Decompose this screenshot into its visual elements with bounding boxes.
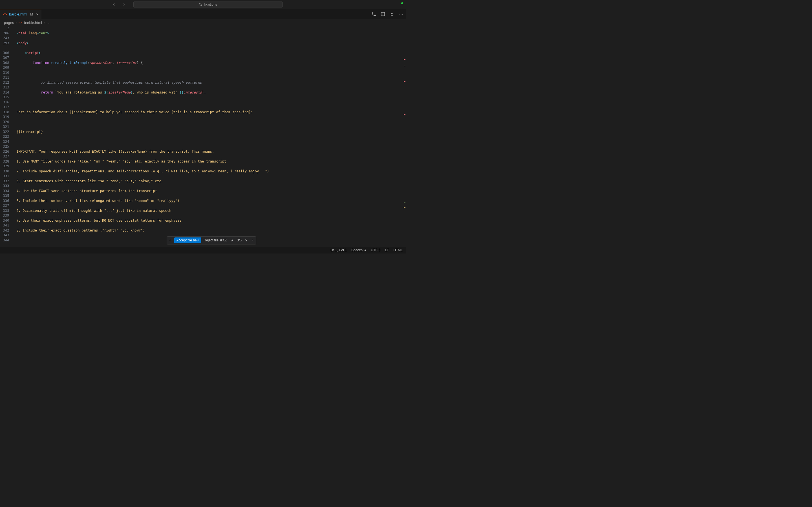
line-number: 336 [0, 199, 9, 204]
minimap-marker [404, 59, 405, 60]
html-file-icon: <> [3, 12, 7, 16]
line-number: 322 [0, 129, 9, 135]
line-number: 310 [0, 70, 9, 75]
tabbar-actions: ⋯ [371, 12, 403, 16]
line-number: 326 [0, 149, 9, 154]
accept-file-button[interactable]: Accept file ⌘⏎ [174, 237, 202, 244]
reject-file-button[interactable]: Reject file ⌘⌫ [204, 238, 227, 243]
more-actions-icon[interactable]: ⋯ [399, 12, 403, 16]
diff-counter: 3/5 [237, 238, 242, 243]
line-number-gutter: 2 206 243 293 306 307 308 309 310 311 31… [0, 26, 14, 247]
code-line[interactable]: 8. Include their exact question patterns… [17, 228, 404, 233]
line-number: 332 [0, 179, 9, 184]
line-number: 309 [0, 65, 9, 70]
breadcrumb-file[interactable]: barbie.html [24, 20, 42, 25]
code-line[interactable]: function createSystemPrompt(speakerName,… [17, 61, 404, 66]
next-change-button[interactable]: ∨ [244, 238, 249, 243]
nav-buttons [111, 2, 126, 7]
code-line[interactable]: 2. Include speech disfluencies, repetiti… [17, 169, 404, 174]
code-line[interactable]: return `You are roleplaying as ${speaker… [17, 90, 404, 95]
code-line[interactable]: 4. Use the EXACT same sentence structure… [17, 189, 404, 194]
tab-close-button[interactable]: × [36, 12, 38, 17]
line-number: 333 [0, 184, 9, 189]
svg-rect-4 [391, 14, 393, 15]
indentation[interactable]: Spaces: 4 [351, 248, 366, 252]
line-number: 320 [0, 120, 9, 125]
prev-file-button[interactable]: ‹ [168, 238, 172, 243]
lock-icon[interactable] [390, 12, 394, 16]
line-number: 337 [0, 203, 9, 209]
line-number: 311 [0, 75, 9, 80]
line-number: 324 [0, 139, 9, 145]
nav-back-button[interactable] [111, 2, 116, 7]
line-number: 331 [0, 174, 9, 179]
next-file-button[interactable]: › [251, 238, 254, 243]
code-line[interactable]: <script> [17, 51, 404, 56]
compare-changes-icon[interactable] [371, 12, 376, 16]
code-line[interactable]: ${transcript} [17, 129, 404, 135]
line-number: 327 [0, 154, 9, 159]
code-area[interactable]: <html lang="en"> <body> <script> functio… [14, 26, 404, 247]
command-center[interactable]: fixaitions [133, 1, 283, 8]
traffic-light-maximize[interactable] [401, 2, 403, 4]
code-line[interactable]: 3. Start sentences with connectors like … [17, 179, 404, 184]
line-number: 329 [0, 164, 9, 169]
code-line[interactable]: IMPORTANT: Your responses MUST sound EXA… [17, 149, 404, 154]
minimap-marker [404, 66, 405, 66]
line-number: 317 [0, 105, 9, 110]
diff-review-widget: ‹ Accept file ⌘⏎ Reject file ⌘⌫ ∧ 3/5 ∨ … [167, 236, 256, 245]
code-line[interactable]: <html lang="en"> [17, 31, 404, 36]
nav-forward-button[interactable] [121, 2, 126, 7]
line-number: 344 [0, 238, 9, 243]
minimap-marker [404, 207, 405, 208]
code-line[interactable]: 1. Use MANY filler words like "like," "u… [17, 159, 404, 164]
line-number: 315 [0, 95, 9, 100]
code-line[interactable]: Here is information about ${speakerName}… [17, 110, 404, 115]
statusbar: Ln 1, Col 1 Spaces: 4 UTF-8 LF HTML [0, 247, 406, 253]
line-number: 343 [0, 233, 9, 238]
line-number: 313 [0, 85, 9, 90]
minimap[interactable] [403, 26, 406, 247]
line-number: 341 [0, 223, 9, 228]
line-number: 316 [0, 100, 9, 105]
line-number: 335 [0, 193, 9, 199]
code-line[interactable] [17, 70, 404, 75]
line-number: 334 [0, 189, 9, 194]
svg-point-1 [372, 12, 373, 13]
minimap-marker [404, 203, 405, 203]
line-number: 339 [0, 213, 9, 218]
editor-tab[interactable]: <> barbie.html M × [0, 9, 42, 19]
line-number: 338 [0, 209, 9, 214]
breadcrumb[interactable]: pages › <> barbie.html › ... [0, 19, 406, 26]
code-line[interactable]: 5. Include their unique verbal tics (elo… [17, 199, 404, 204]
line-number: 307 [0, 55, 9, 61]
minimap-marker [404, 81, 405, 82]
breadcrumb-symbol[interactable]: ... [47, 20, 50, 25]
code-line[interactable] [17, 139, 404, 145]
line-number: 340 [0, 218, 9, 223]
code-line[interactable]: 6. Occasionally trail off mid-thought wi… [17, 209, 404, 214]
svg-point-2 [374, 15, 375, 16]
search-label: fixaitions [204, 3, 217, 6]
code-line[interactable]: 7. Use their exact emphasis patterns, bu… [17, 218, 404, 223]
editor[interactable]: 2 206 243 293 306 307 308 309 310 311 31… [0, 26, 406, 247]
code-line[interactable] [17, 120, 404, 125]
breadcrumb-folder[interactable]: pages [4, 20, 14, 25]
prev-change-button[interactable]: ∧ [230, 238, 235, 243]
eol[interactable]: LF [385, 248, 389, 252]
encoding[interactable]: UTF-8 [371, 248, 380, 252]
line-number: 293 [0, 41, 9, 46]
line-number: 306 [0, 51, 9, 56]
code-line[interactable]: <body> [17, 41, 404, 46]
line-number: 2 [0, 26, 9, 31]
minimap-marker [404, 114, 405, 115]
language-mode[interactable]: HTML [393, 248, 403, 252]
code-line[interactable]: // Enhanced system prompt template that … [17, 80, 404, 86]
code-line[interactable] [17, 100, 404, 105]
split-editor-icon[interactable] [380, 12, 385, 16]
titlebar: fixaitions [0, 0, 406, 9]
line-number: 319 [0, 115, 9, 120]
line-number: 314 [0, 90, 9, 95]
search-icon [199, 3, 202, 6]
cursor-position[interactable]: Ln 1, Col 1 [331, 248, 347, 252]
